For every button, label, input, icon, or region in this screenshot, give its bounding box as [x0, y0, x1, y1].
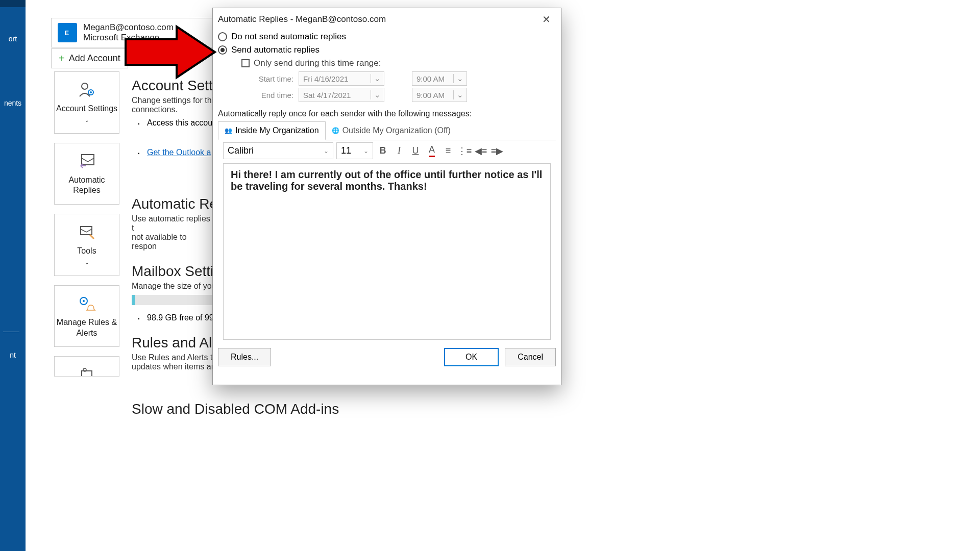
tab-inside-org[interactable]: 👥 Inside My Organization: [218, 121, 326, 140]
tabs-row: 👥 Inside My Organization 🌐 Outside My Or…: [218, 121, 556, 140]
progress-fill: [132, 295, 135, 305]
card-label: Automatic Replies: [56, 175, 118, 196]
checkbox-label: Only send during this time range:: [254, 58, 381, 68]
italic-button[interactable]: I: [393, 144, 406, 158]
radio-label: Do not send automatic replies: [231, 32, 346, 42]
automatic-replies-dialog: Automatic Replies - MeganB@contoso.com ✕…: [212, 8, 561, 385]
svg-rect-9: [82, 371, 92, 377]
svg-marker-11: [126, 27, 215, 78]
addins-icon: [77, 365, 97, 377]
radio-label: Send automatic replies: [231, 45, 320, 55]
plus-icon: +: [59, 53, 65, 64]
chevron-down-icon: ⌄: [453, 74, 462, 83]
close-icon[interactable]: ✕: [538, 13, 555, 26]
end-label: End time:: [249, 91, 293, 99]
sidebar-item-3[interactable]: nt: [0, 351, 26, 359]
end-time-select[interactable]: 9:00 AM⌄: [412, 88, 467, 102]
add-account-label: Add Account: [69, 53, 120, 64]
checkbox-time-range[interactable]: Only send during this time range:: [241, 58, 556, 68]
card-label: Account Settings ⌄: [56, 104, 118, 125]
svg-rect-6: [81, 227, 92, 235]
svg-point-8: [83, 300, 85, 302]
bullet-list-button[interactable]: ≡: [442, 144, 455, 158]
cancel-button[interactable]: Cancel: [505, 348, 556, 366]
footer-right: OK Cancel: [444, 348, 556, 366]
format-toolbar: Calibri⌄ 11⌄ B I U A ≡ ⋮≡ ◀≡ ≡▶: [218, 140, 556, 161]
section-title: Slow and Disabled COM Add-ins: [132, 401, 339, 417]
exchange-icon: E: [58, 23, 77, 42]
svg-point-2: [82, 83, 88, 89]
globe-icon: 🌐: [332, 127, 339, 134]
svg-point-4: [90, 91, 92, 93]
card-label: Tools⌄: [56, 246, 118, 267]
radio-send[interactable]: Send automatic replies: [218, 45, 556, 55]
font-size-select[interactable]: 11⌄: [336, 142, 373, 159]
card-label: Manage Rules & Alerts: [56, 317, 118, 339]
font-color-button[interactable]: A: [425, 144, 438, 158]
app-sidebar: ort nents nt: [0, 0, 26, 551]
card-manage-rules[interactable]: Manage Rules & Alerts: [54, 285, 119, 347]
section-title: Automatic Rep: [132, 196, 226, 212]
card-tools[interactable]: Tools⌄: [54, 214, 119, 276]
svg-rect-5: [82, 155, 94, 165]
org-icon: 👥: [225, 127, 232, 134]
start-time-select[interactable]: 9:00 AM⌄: [412, 71, 467, 86]
number-list-button[interactable]: ⋮≡: [458, 144, 471, 158]
end-time-row: End time: Sat 4/17/2021⌄ 9:00 AM⌄: [249, 88, 556, 102]
font-name-select[interactable]: Calibri⌄: [223, 142, 333, 159]
dialog-footer: Rules... OK Cancel: [213, 348, 561, 371]
sidebar-top: [0, 0, 26, 7]
radio-checked-icon: [218, 45, 227, 55]
card-automatic-replies[interactable]: Automatic Replies: [54, 143, 119, 205]
divider: [3, 332, 19, 332]
tab-outside-org[interactable]: 🌐 Outside My Organization (Off): [326, 121, 457, 140]
person-gear-icon: [77, 80, 97, 101]
section-desc: Use automatic replies tnot available to …: [132, 214, 213, 251]
section-auto-replies: Automatic Rep Use automatic replies tnot…: [132, 196, 226, 255]
start-label: Start time:: [249, 74, 293, 83]
checkbox-unchecked-icon: [241, 59, 250, 67]
add-account-button[interactable]: + Add Account: [51, 48, 128, 68]
chevron-down-icon: ⌄: [453, 90, 462, 99]
start-date-select[interactable]: Fri 4/16/2021⌄: [299, 71, 384, 86]
sidebar-item-2[interactable]: nents: [0, 99, 26, 107]
card-com-addins[interactable]: [54, 356, 119, 377]
chevron-down-icon: ⌄: [371, 90, 380, 99]
sidebar-item-1[interactable]: ort: [0, 35, 26, 43]
underline-button[interactable]: U: [409, 144, 422, 158]
dialog-header: Automatic Replies - MeganB@contoso.com ✕: [213, 8, 561, 29]
card-account-settings[interactable]: Account Settings ⌄: [54, 71, 119, 134]
reply-arrow-icon: [77, 152, 97, 172]
dialog-body: Do not send automatic replies Send autom…: [213, 29, 561, 348]
start-time-row: Start time: Fri 4/16/2021⌄ 9:00 AM⌄: [249, 71, 556, 86]
radio-unchecked-icon: [218, 32, 227, 41]
mailbox-progress: [132, 295, 213, 305]
auto-reply-label: Automatically reply once for each sender…: [218, 109, 556, 118]
svg-text:E: E: [65, 29, 69, 37]
section-com: Slow and Disabled COM Add-ins: [132, 401, 339, 419]
outdent-button[interactable]: ◀≡: [474, 144, 487, 158]
chevron-down-icon: ⌄: [371, 74, 380, 83]
settings-cards: Account Settings ⌄ Automatic Replies Too…: [54, 71, 119, 377]
gear-bell-icon: [77, 294, 97, 314]
tools-icon: [77, 222, 97, 243]
reply-message-editor[interactable]: Hi there! I am currently out of the offi…: [223, 163, 551, 340]
end-date-select[interactable]: Sat 4/17/2021⌄: [299, 88, 384, 102]
rules-button[interactable]: Rules...: [218, 348, 271, 366]
outlook-app-link[interactable]: Get the Outlook a: [147, 148, 211, 157]
dialog-title: Automatic Replies - MeganB@contoso.com: [218, 14, 386, 24]
ok-button[interactable]: OK: [444, 348, 499, 366]
bold-button[interactable]: B: [376, 144, 389, 158]
indent-button[interactable]: ≡▶: [491, 144, 504, 158]
radio-no-send[interactable]: Do not send automatic replies: [218, 32, 556, 42]
red-arrow-annotation: [120, 24, 217, 80]
